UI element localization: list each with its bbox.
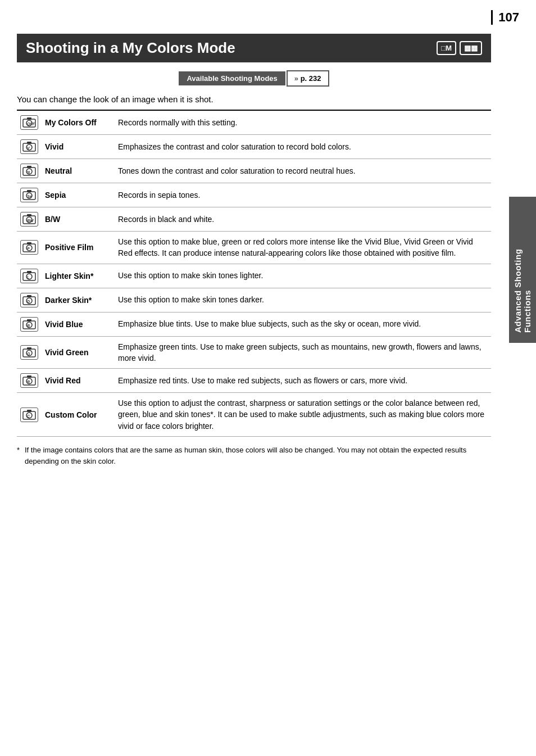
svg-rect-38 bbox=[27, 347, 31, 350]
mode-name: Lighter Skin* bbox=[42, 264, 115, 288]
mode-description: Tones down the contrast and color satura… bbox=[115, 159, 491, 183]
mode-icon-cell: N bbox=[17, 159, 42, 183]
page-number: 107 bbox=[491, 10, 519, 25]
mode-description: Use this option to make blue, green or r… bbox=[115, 232, 491, 264]
modes-table: OFFMy Colors OffRecords normally with th… bbox=[17, 110, 491, 437]
camera-icon: ▩▩ bbox=[460, 41, 482, 55]
mode-icon-cell: OFF bbox=[17, 110, 42, 135]
mode-description: Emphasize blue tints. Use to make blue s… bbox=[115, 312, 491, 336]
mode-icon-cell: D bbox=[17, 288, 42, 312]
page-ref-number: p. 232 bbox=[301, 74, 321, 83]
svg-text:C: C bbox=[27, 414, 30, 418]
svg-rect-18 bbox=[27, 214, 31, 216]
table-row: GVivid GreenEmphasize green tints. Use t… bbox=[17, 336, 491, 369]
table-row: DDarker Skin*Use this option to make ski… bbox=[17, 288, 491, 312]
table-row: BWB/WRecords in black and white. bbox=[17, 207, 491, 232]
table-row: VVividEmphasizes the contrast and color … bbox=[17, 135, 491, 159]
svg-text:BW: BW bbox=[27, 219, 34, 223]
svg-rect-14 bbox=[27, 190, 31, 192]
title-icons: □M ▩▩ bbox=[437, 41, 482, 55]
available-modes-label: Available Shooting Modes bbox=[179, 71, 285, 85]
title-bar: Shooting in a My Colors Mode □M ▩▩ bbox=[17, 34, 491, 62]
svg-rect-6 bbox=[27, 142, 31, 144]
mode-icon-cell: B bbox=[17, 312, 42, 336]
svg-text:B: B bbox=[27, 324, 30, 328]
table-row: PPositive FilmUse this option to make bl… bbox=[17, 232, 491, 264]
mode-icon-cell: V bbox=[17, 135, 42, 159]
svg-rect-2 bbox=[27, 117, 31, 120]
svg-rect-10 bbox=[27, 166, 31, 168]
mode-icon: R bbox=[20, 373, 38, 388]
mode-description: Use this option to make skin tones darke… bbox=[115, 288, 491, 312]
svg-text:D: D bbox=[27, 300, 30, 304]
svg-text:N: N bbox=[27, 170, 30, 174]
svg-rect-42 bbox=[27, 375, 31, 378]
available-modes-bar: Available Shooting Modes » p. 232 bbox=[17, 70, 491, 87]
table-row: LLighter Skin*Use this option to make sk… bbox=[17, 264, 491, 288]
om-icon: □M bbox=[437, 41, 456, 55]
mode-icon-cell: L bbox=[17, 264, 42, 288]
page-title: Shooting in a My Colors Mode bbox=[26, 39, 437, 57]
mode-name: My Colors Off bbox=[42, 110, 115, 135]
mode-description: Emphasize red tints. Use to make red sub… bbox=[115, 369, 491, 393]
mode-name: Positive Film bbox=[42, 232, 115, 264]
mode-name: Vivid bbox=[42, 135, 115, 159]
mode-name: Neutral bbox=[42, 159, 115, 183]
mode-name: B/W bbox=[42, 207, 115, 232]
mode-icon-cell: Se bbox=[17, 183, 42, 207]
mode-icon: G bbox=[20, 345, 38, 360]
table-row: OFFMy Colors OffRecords normally with th… bbox=[17, 110, 491, 135]
mode-icon-cell: R bbox=[17, 369, 42, 393]
mode-description: Emphasizes the contrast and color satura… bbox=[115, 135, 491, 159]
mode-icon: Se bbox=[20, 188, 38, 202]
footnote: If the image contains colors that are th… bbox=[17, 445, 491, 467]
svg-text:L: L bbox=[27, 275, 29, 279]
svg-rect-34 bbox=[27, 319, 31, 322]
side-tab: Advanced Shooting Functions bbox=[509, 197, 536, 343]
svg-text:V: V bbox=[27, 146, 30, 150]
mode-icon: OFF bbox=[20, 115, 38, 130]
svg-text:Se: Se bbox=[27, 194, 32, 198]
mode-description: Emphasize green tints. Use to make green… bbox=[115, 336, 491, 369]
table-row: SeSepiaRecords in sepia tones. bbox=[17, 183, 491, 207]
mode-name: Vivid Blue bbox=[42, 312, 115, 336]
mode-icon: B bbox=[20, 317, 38, 332]
mode-name: Darker Skin* bbox=[42, 288, 115, 312]
table-row: BVivid BlueEmphasize blue tints. Use to … bbox=[17, 312, 491, 336]
svg-rect-46 bbox=[27, 410, 31, 412]
mode-name: Sepia bbox=[42, 183, 115, 207]
mode-name: Vivid Red bbox=[42, 369, 115, 393]
mode-icon-cell: P bbox=[17, 232, 42, 264]
table-row: RVivid RedEmphasize red tints. Use to ma… bbox=[17, 369, 491, 393]
mode-description: Records normally with this setting. bbox=[115, 110, 491, 135]
mode-icon-cell: BW bbox=[17, 207, 42, 232]
svg-rect-26 bbox=[27, 271, 31, 273]
mode-name: Vivid Green bbox=[42, 336, 115, 369]
mode-icon-cell: C bbox=[17, 393, 42, 437]
arrows-icon: » bbox=[294, 74, 298, 83]
svg-text:P: P bbox=[27, 247, 30, 251]
mode-icon: L bbox=[20, 269, 38, 283]
mode-icon: V bbox=[20, 139, 38, 154]
table-row: NNeutralTones down the contrast and colo… bbox=[17, 159, 491, 183]
mode-description: Use this option to adjust the contrast, … bbox=[115, 393, 491, 437]
mode-icon: N bbox=[20, 164, 38, 178]
table-row: CCustom ColorUse this option to adjust t… bbox=[17, 393, 491, 437]
svg-rect-22 bbox=[27, 242, 31, 245]
mode-description: Records in black and white. bbox=[115, 207, 491, 232]
intro-text: You can change the look of an image when… bbox=[17, 94, 491, 104]
mode-description: Records in sepia tones. bbox=[115, 183, 491, 207]
mode-name: Custom Color bbox=[42, 393, 115, 437]
mode-description: Use this option to make skin tones light… bbox=[115, 264, 491, 288]
mode-icon: D bbox=[20, 293, 38, 307]
mode-icon: BW bbox=[20, 212, 38, 227]
svg-text:G: G bbox=[27, 352, 30, 356]
mode-icon: C bbox=[20, 408, 38, 422]
svg-text:R: R bbox=[27, 380, 30, 384]
svg-rect-30 bbox=[27, 295, 31, 297]
svg-text:OFF: OFF bbox=[27, 122, 35, 126]
mode-icon-cell: G bbox=[17, 336, 42, 369]
page-ref: » p. 232 bbox=[287, 70, 329, 87]
mode-icon: P bbox=[20, 240, 38, 255]
